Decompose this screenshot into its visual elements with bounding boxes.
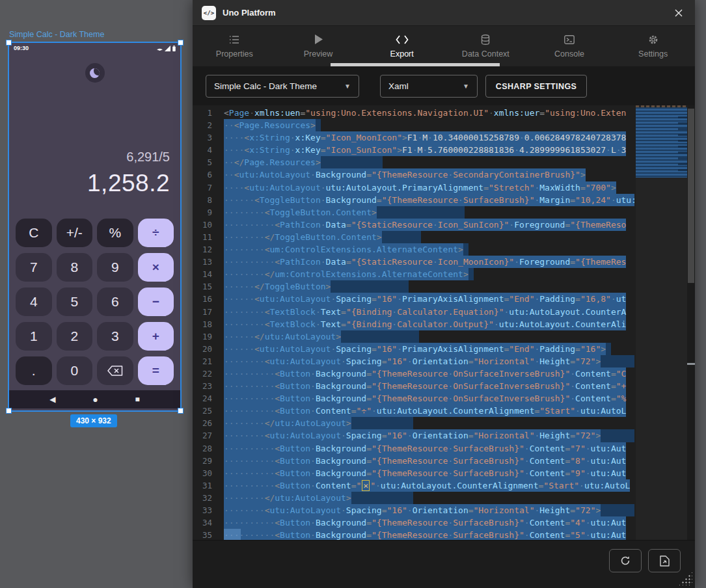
theme-toggle-button[interactable] [85, 63, 105, 83]
line-number: 5 [193, 156, 221, 168]
calc-button-7[interactable]: 7 [16, 253, 52, 282]
code-line[interactable]: 4····<x:String·x:Key="Icon_SunIcon">F1·M… [193, 144, 634, 156]
tab-preview[interactable]: Preview [277, 26, 360, 66]
code-line[interactable]: 24··········<Button·Background="{ThemeRe… [193, 392, 634, 405]
code-line[interactable]: 5··</Page.Resources> [193, 156, 634, 168]
phone-preview[interactable]: 09:30 6,291/5 1,258.2 C+/-%÷789×456−123+… [9, 43, 180, 410]
tab-label: Console [554, 49, 584, 59]
csharp-settings-button[interactable]: CSHARP SETTINGS [485, 75, 587, 98]
selection-handle[interactable] [178, 408, 183, 414]
status-time: 09:30 [14, 45, 29, 51]
code-line[interactable]: 17········<TextBlock·Text="{Binding·Calc… [193, 306, 634, 318]
resize-grip[interactable] [678, 571, 692, 585]
code-line[interactable]: 25··········<Button·Content="÷"·utu:Auto… [193, 405, 634, 417]
calc-button-×[interactable]: × [138, 253, 174, 282]
code-line[interactable]: 30··········<Button·Background="{ThemeRe… [193, 467, 634, 479]
editor-scrollbar[interactable] [687, 105, 695, 540]
tab-bar: Properties Preview Export Data Context C… [193, 26, 695, 66]
calc-button-plus[interactable]: + [138, 322, 174, 351]
export-file-icon [660, 555, 670, 567]
design-canvas[interactable]: Simple Calc - Dark Theme 09:30 6,291/5 1… [0, 0, 193, 588]
window-footer [193, 540, 695, 588]
find-highlight [224, 529, 241, 540]
line-number: 25 [193, 405, 221, 417]
tab-properties[interactable]: Properties [193, 26, 277, 66]
calc-button-0[interactable]: 0 [57, 356, 93, 385]
line-number: 28 [193, 442, 221, 455]
code-line[interactable]: 13··········<PathIcon·Data="{StaticResou… [193, 256, 634, 268]
frame-label[interactable]: Simple Calc - Dark Theme [9, 30, 104, 39]
calc-button-5[interactable]: 5 [57, 287, 93, 316]
calc-button-4[interactable]: 4 [16, 287, 52, 316]
code-line[interactable]: 12········<um:ControlExtensions.Alternat… [193, 243, 634, 256]
project-select[interactable]: Simple Calc - Dark Theme ▼ [206, 75, 359, 98]
tab-console[interactable]: Console [528, 26, 612, 66]
code-line[interactable]: 35··········<Button·Background="{ThemeRe… [193, 529, 634, 540]
calc-button-decimal[interactable]: . [16, 356, 52, 385]
code-line[interactable]: 31··········<Button·Content="×"·utu:Auto… [193, 479, 634, 492]
format-select[interactable]: Xaml ▼ [380, 75, 478, 98]
code-line[interactable]: 19······</utu:AutoLayout> [193, 330, 634, 343]
code-line[interactable]: 7····<utu:AutoLayout·utu:AutoLayout.Prim… [193, 181, 634, 194]
minimap[interactable] [636, 105, 687, 540]
line-number: 7 [193, 181, 221, 194]
back-icon[interactable]: ◀ [49, 395, 55, 403]
recents-icon[interactable]: ■ [135, 395, 139, 403]
refresh-button[interactable] [609, 549, 642, 572]
code-line[interactable]: 15······</ToggleButton> [193, 280, 634, 293]
code-line[interactable]: 28··········<Button·Background="{ThemeRe… [193, 442, 634, 455]
selection-handle[interactable] [178, 40, 183, 46]
code-line[interactable]: 18········<TextBlock·Text="{Binding·Calc… [193, 318, 634, 330]
home-icon[interactable]: ● [92, 395, 98, 404]
code-line[interactable]: 11········</ToggleButton.Content> [193, 231, 634, 243]
tab-label: Properties [216, 49, 253, 59]
code-line[interactable]: 20······<utu:AutoLayout·Spacing="16"·Pri… [193, 343, 634, 355]
calc-button-C[interactable]: C [16, 219, 52, 247]
calc-button-+/-[interactable]: +/- [57, 219, 93, 247]
code-line[interactable]: 21········<utu:AutoLayout·Spacing="16"·O… [193, 355, 634, 368]
code-line[interactable]: 10··········<PathIcon·Data="{StaticResou… [193, 219, 634, 231]
code-line[interactable]: 32········</utu:AutoLayout> [193, 492, 634, 504]
tab-label: Export [390, 49, 414, 59]
calc-button-9[interactable]: 9 [97, 253, 133, 282]
code-line[interactable]: 16······<utu:AutoLayout·Spacing="16"·Pri… [193, 293, 634, 305]
code-line[interactable]: 6··<utu:AutoLayout·Background="{ThemeRes… [193, 168, 634, 181]
code-line[interactable]: 2··<Page.Resources> [193, 119, 634, 131]
calc-button-8[interactable]: 8 [57, 253, 93, 282]
tab-export[interactable]: Export [360, 26, 444, 66]
close-button[interactable] [672, 6, 686, 20]
scrollbar-thumb[interactable] [688, 109, 694, 283]
code-line[interactable]: 14········</um:ControlExtensions.Alterna… [193, 268, 634, 280]
calc-button-÷[interactable]: ÷ [138, 219, 174, 247]
code-line[interactable]: 9········<ToggleButton.Content> [193, 206, 634, 219]
code-line[interactable]: 33········<utu:AutoLayout·Spacing="16"·O… [193, 504, 634, 516]
code-lines[interactable]: 1<Page·xmlns:uen="using:Uno.Extensions.N… [193, 107, 634, 540]
calc-button-equals[interactable]: = [138, 356, 174, 385]
selection-handle[interactable] [6, 40, 12, 46]
code-line[interactable]: 27········<utu:AutoLayout·Spacing="16"·O… [193, 429, 634, 442]
code-line[interactable]: 26········</utu:AutoLayout> [193, 417, 634, 429]
calc-button-2[interactable]: 2 [57, 322, 93, 351]
calc-button-minus[interactable]: − [138, 287, 174, 316]
code-line[interactable]: 1<Page·xmlns:uen="using:Uno.Extensions.N… [193, 107, 634, 119]
code-line[interactable]: 22··········<Button·Background="{ThemeRe… [193, 368, 634, 380]
code-line[interactable]: 34··········<Button·Background="{ThemeRe… [193, 516, 634, 529]
export-file-button[interactable] [648, 549, 681, 572]
code-line[interactable]: 3····<x:String·x:Key="Icon_MoonIcon">F1·… [193, 131, 634, 144]
code-editor[interactable]: 1<Page·xmlns:uen="using:Uno.Extensions.N… [193, 105, 695, 540]
line-number: 33 [193, 504, 221, 516]
selection-handle[interactable] [6, 408, 12, 414]
code-line[interactable]: 23··········<Button·Background="{ThemeRe… [193, 380, 634, 392]
calc-button-backspace[interactable] [97, 356, 133, 385]
line-number: 26 [193, 417, 221, 429]
calc-button-3[interactable]: 3 [97, 322, 133, 351]
calc-button-%[interactable]: % [97, 219, 133, 247]
code-line[interactable]: 8······<ToggleButton·Background="{ThemeR… [193, 194, 634, 206]
status-bar: 09:30 [9, 43, 180, 53]
tab-data-context[interactable]: Data Context [444, 26, 528, 66]
code-line[interactable]: 29··········<Button·Background="{ThemeRe… [193, 455, 634, 467]
tab-settings[interactable]: Settings [611, 26, 695, 66]
calc-button-6[interactable]: 6 [97, 287, 133, 316]
calc-button-1[interactable]: 1 [16, 322, 52, 351]
window-titlebar[interactable]: </> Uno Platform [193, 0, 695, 26]
